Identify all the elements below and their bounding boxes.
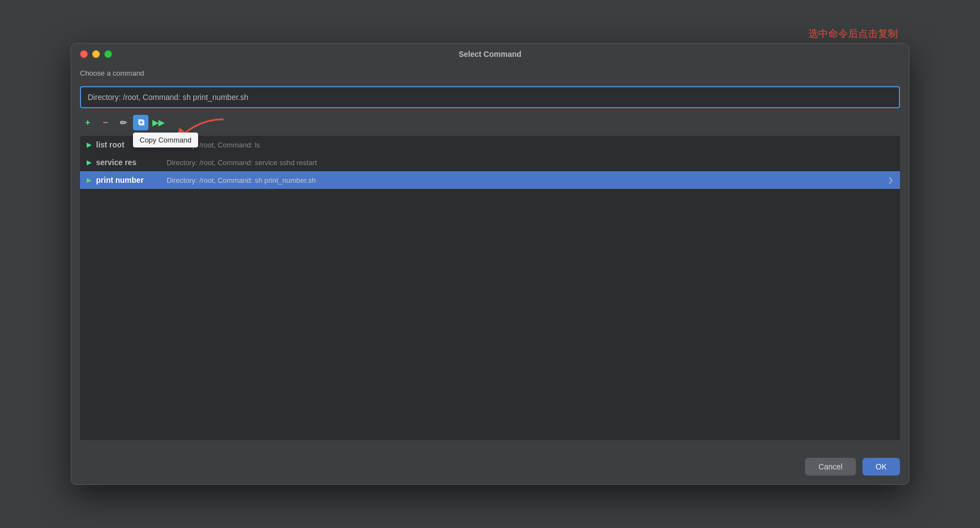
command-description: Directory: /root, Command: sh print_numb…	[167, 176, 316, 184]
maximize-button[interactable]	[104, 50, 112, 58]
list-item-selected[interactable]: ▶ print number Directory: /root, Command…	[80, 171, 900, 189]
select-command-dialog: Select Command Choose a command 选中命令后点击复…	[71, 43, 909, 485]
command-name: service res	[96, 158, 162, 167]
command-description: Directory: /root, Command: service sshd …	[167, 159, 317, 167]
annotation-text: 选中命令后点击复制	[808, 27, 898, 40]
title-bar: Select Command	[71, 44, 909, 65]
command-name: print number	[96, 176, 162, 184]
selected-indicator: ❯	[888, 176, 893, 184]
command-input[interactable]	[80, 86, 900, 108]
copy-button-container: ⧉ Copy Command	[133, 115, 148, 130]
row-arrow-icon: ▶	[87, 176, 92, 184]
close-button[interactable]	[80, 50, 88, 58]
command-list: ▶ list root Directory: /root, Command: l…	[80, 136, 900, 440]
traffic-lights	[80, 50, 112, 58]
copy-icon: ⧉	[138, 118, 144, 128]
run-icon: ▶▶	[152, 118, 164, 127]
add-button[interactable]: +	[80, 115, 95, 130]
choose-label: Choose a command	[80, 69, 144, 77]
dialog-body: Choose a command 选中命令后点击复制 + − ✏	[71, 65, 909, 449]
run-button[interactable]: ▶▶	[151, 115, 166, 130]
row-arrow-icon: ▶	[87, 141, 92, 149]
row-arrow-icon: ▶	[87, 159, 92, 166]
edit-button[interactable]: ✏	[115, 115, 131, 130]
remove-button[interactable]: −	[98, 115, 113, 130]
copy-tooltip: Copy Command	[133, 133, 198, 147]
cancel-button[interactable]: Cancel	[805, 458, 856, 476]
dialog-footer: Cancel OK	[71, 449, 909, 484]
minimize-button[interactable]	[92, 50, 100, 58]
copy-button[interactable]: ⧉	[133, 115, 148, 130]
input-area	[80, 86, 900, 108]
ok-button[interactable]: OK	[862, 458, 900, 476]
dialog-title: Select Command	[459, 50, 521, 59]
